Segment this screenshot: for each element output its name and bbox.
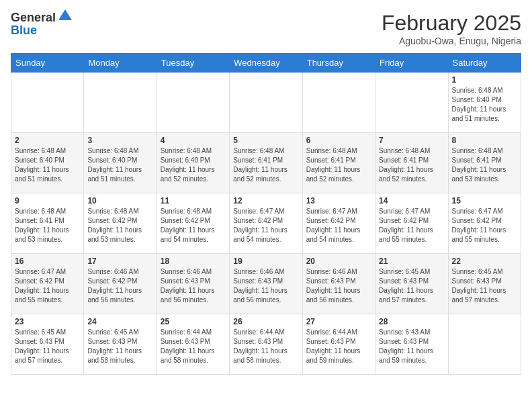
- day-number: 27: [306, 317, 371, 326]
- calendar-cell: [448, 314, 521, 375]
- day-info: Sunrise: 6:46 AMSunset: 6:43 PMDaylight:…: [306, 267, 371, 305]
- calendar-cell: 15Sunrise: 6:47 AMSunset: 6:42 PMDayligh…: [448, 193, 521, 254]
- weekday-header-wednesday: Wednesday: [230, 54, 302, 73]
- day-info: Sunrise: 6:47 AMSunset: 6:42 PMDaylight:…: [306, 207, 371, 244]
- day-number: 9: [15, 196, 80, 205]
- day-info: Sunrise: 6:45 AMSunset: 6:43 PMDaylight:…: [452, 267, 517, 305]
- weekday-header-friday: Friday: [375, 54, 448, 73]
- week-row-3: 9Sunrise: 6:48 AMSunset: 6:41 PMDaylight…: [11, 193, 521, 254]
- day-info: Sunrise: 6:44 AMSunset: 6:43 PMDaylight:…: [233, 328, 298, 365]
- day-info: Sunrise: 6:46 AMSunset: 6:43 PMDaylight:…: [161, 267, 226, 305]
- week-row-4: 16Sunrise: 6:47 AMSunset: 6:42 PMDayligh…: [11, 254, 521, 314]
- day-info: Sunrise: 6:48 AMSunset: 6:41 PMDaylight:…: [306, 146, 371, 184]
- calendar-cell: [157, 73, 229, 133]
- day-info: Sunrise: 6:47 AMSunset: 6:42 PMDaylight:…: [233, 207, 298, 244]
- day-info: Sunrise: 6:47 AMSunset: 6:42 PMDaylight:…: [452, 207, 517, 244]
- calendar-cell: 17Sunrise: 6:46 AMSunset: 6:42 PMDayligh…: [84, 254, 157, 314]
- day-number: 26: [233, 317, 298, 326]
- calendar-cell: 13Sunrise: 6:47 AMSunset: 6:42 PMDayligh…: [302, 193, 375, 254]
- day-info: Sunrise: 6:45 AMSunset: 6:43 PMDaylight:…: [87, 328, 152, 365]
- day-number: 3: [87, 136, 152, 145]
- day-number: 13: [306, 196, 371, 205]
- day-info: Sunrise: 6:47 AMSunset: 6:42 PMDaylight:…: [379, 207, 444, 244]
- day-number: 16: [15, 257, 80, 266]
- day-number: 21: [379, 257, 444, 266]
- day-number: 22: [452, 257, 517, 266]
- day-info: Sunrise: 6:48 AMSunset: 6:42 PMDaylight:…: [87, 207, 152, 244]
- calendar-cell: 20Sunrise: 6:46 AMSunset: 6:43 PMDayligh…: [302, 254, 375, 314]
- calendar-cell: 26Sunrise: 6:44 AMSunset: 6:43 PMDayligh…: [230, 314, 302, 375]
- weekday-header-saturday: Saturday: [448, 54, 521, 73]
- day-number: 15: [452, 196, 517, 205]
- day-info: Sunrise: 6:46 AMSunset: 6:43 PMDaylight:…: [233, 267, 298, 305]
- calendar-cell: 24Sunrise: 6:45 AMSunset: 6:43 PMDayligh…: [84, 314, 157, 375]
- day-number: 7: [379, 136, 444, 145]
- day-info: Sunrise: 6:48 AMSunset: 6:41 PMDaylight:…: [379, 146, 444, 184]
- day-info: Sunrise: 6:44 AMSunset: 6:43 PMDaylight:…: [306, 328, 371, 365]
- calendar-cell: 10Sunrise: 6:48 AMSunset: 6:42 PMDayligh…: [84, 193, 157, 254]
- calendar-cell: 14Sunrise: 6:47 AMSunset: 6:42 PMDayligh…: [375, 193, 448, 254]
- day-number: 2: [15, 136, 80, 145]
- weekday-header-thursday: Thursday: [302, 54, 375, 73]
- day-number: 24: [87, 317, 152, 326]
- day-info: Sunrise: 6:47 AMSunset: 6:42 PMDaylight:…: [15, 267, 80, 305]
- day-info: Sunrise: 6:44 AMSunset: 6:43 PMDaylight:…: [161, 328, 226, 365]
- calendar-cell: 4Sunrise: 6:48 AMSunset: 6:40 PMDaylight…: [157, 133, 229, 193]
- calendar-cell: 1Sunrise: 6:48 AMSunset: 6:40 PMDaylight…: [448, 73, 521, 133]
- calendar-cell: 3Sunrise: 6:48 AMSunset: 6:40 PMDaylight…: [84, 133, 157, 193]
- day-info: Sunrise: 6:46 AMSunset: 6:42 PMDaylight:…: [87, 267, 152, 305]
- calendar-cell: 9Sunrise: 6:48 AMSunset: 6:41 PMDaylight…: [11, 193, 84, 254]
- day-number: 17: [87, 257, 152, 266]
- day-info: Sunrise: 6:48 AMSunset: 6:41 PMDaylight:…: [452, 146, 517, 184]
- week-row-5: 23Sunrise: 6:45 AMSunset: 6:43 PMDayligh…: [11, 314, 521, 375]
- calendar-cell: 12Sunrise: 6:47 AMSunset: 6:42 PMDayligh…: [230, 193, 302, 254]
- calendar-cell: 23Sunrise: 6:45 AMSunset: 6:43 PMDayligh…: [11, 314, 84, 375]
- week-row-1: 1Sunrise: 6:48 AMSunset: 6:40 PMDaylight…: [11, 73, 521, 133]
- calendar-cell: 19Sunrise: 6:46 AMSunset: 6:43 PMDayligh…: [230, 254, 302, 314]
- calendar-cell: [302, 73, 375, 133]
- calendar-cell: 27Sunrise: 6:44 AMSunset: 6:43 PMDayligh…: [302, 314, 375, 375]
- day-number: 6: [306, 136, 371, 145]
- day-info: Sunrise: 6:48 AMSunset: 6:40 PMDaylight:…: [15, 146, 80, 184]
- calendar-cell: 25Sunrise: 6:44 AMSunset: 6:43 PMDayligh…: [157, 314, 229, 375]
- weekday-header-tuesday: Tuesday: [157, 54, 229, 73]
- day-number: 28: [379, 317, 444, 326]
- calendar-cell: 22Sunrise: 6:45 AMSunset: 6:43 PMDayligh…: [448, 254, 521, 314]
- day-info: Sunrise: 6:45 AMSunset: 6:43 PMDaylight:…: [379, 267, 444, 305]
- calendar-cell: [230, 73, 302, 133]
- calendar-cell: 28Sunrise: 6:43 AMSunset: 6:43 PMDayligh…: [375, 314, 448, 375]
- day-number: 19: [233, 257, 298, 266]
- calendar-cell: 6Sunrise: 6:48 AMSunset: 6:41 PMDaylight…: [302, 133, 375, 193]
- day-info: Sunrise: 6:45 AMSunset: 6:43 PMDaylight:…: [15, 328, 80, 365]
- day-info: Sunrise: 6:48 AMSunset: 6:42 PMDaylight:…: [161, 207, 226, 244]
- day-number: 1: [452, 75, 517, 85]
- day-number: 14: [379, 196, 444, 205]
- location: Aguobu-Owa, Enugu, Nigeria: [382, 36, 521, 46]
- month-title: February 2025: [382, 11, 521, 36]
- calendar-cell: [84, 73, 157, 133]
- day-info: Sunrise: 6:48 AMSunset: 6:41 PMDaylight:…: [15, 207, 80, 244]
- day-number: 12: [233, 196, 298, 205]
- logo: General Blue: [11, 11, 73, 37]
- day-info: Sunrise: 6:48 AMSunset: 6:40 PMDaylight:…: [87, 146, 152, 184]
- calendar-cell: 5Sunrise: 6:48 AMSunset: 6:41 PMDaylight…: [230, 133, 302, 193]
- day-info: Sunrise: 6:43 AMSunset: 6:43 PMDaylight:…: [379, 328, 444, 365]
- day-number: 23: [15, 317, 80, 326]
- weekday-header-monday: Monday: [84, 54, 157, 73]
- day-number: 20: [306, 257, 371, 266]
- week-row-2: 2Sunrise: 6:48 AMSunset: 6:40 PMDaylight…: [11, 133, 521, 193]
- calendar-cell: [11, 73, 84, 133]
- logo-icon: [57, 8, 73, 24]
- day-number: 25: [161, 317, 226, 326]
- calendar-cell: 18Sunrise: 6:46 AMSunset: 6:43 PMDayligh…: [157, 254, 229, 314]
- day-number: 11: [161, 196, 226, 205]
- calendar-cell: 2Sunrise: 6:48 AMSunset: 6:40 PMDaylight…: [11, 133, 84, 193]
- day-number: 18: [161, 257, 226, 266]
- day-info: Sunrise: 6:48 AMSunset: 6:40 PMDaylight:…: [452, 86, 517, 124]
- day-number: 4: [161, 136, 226, 145]
- calendar-cell: 7Sunrise: 6:48 AMSunset: 6:41 PMDaylight…: [375, 133, 448, 193]
- calendar-cell: 8Sunrise: 6:48 AMSunset: 6:41 PMDaylight…: [448, 133, 521, 193]
- calendar-table: SundayMondayTuesdayWednesdayThursdayFrid…: [11, 53, 521, 375]
- day-number: 8: [452, 136, 517, 145]
- calendar-cell: 11Sunrise: 6:48 AMSunset: 6:42 PMDayligh…: [157, 193, 229, 254]
